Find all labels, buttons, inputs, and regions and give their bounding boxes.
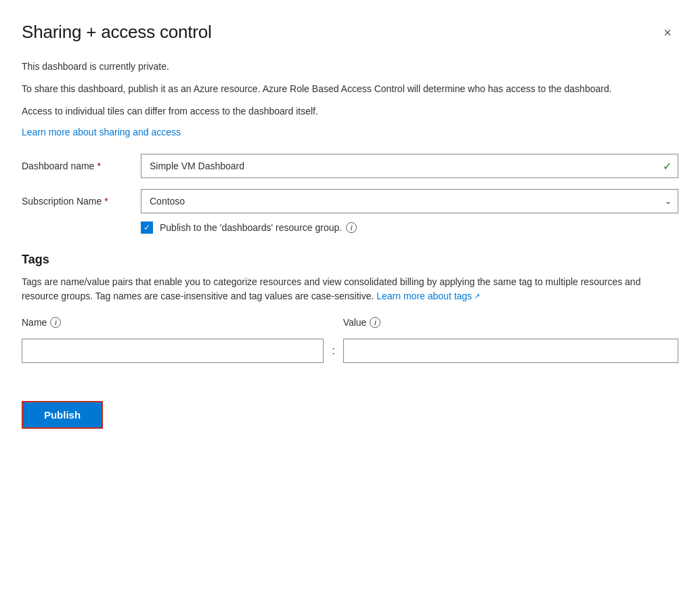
dialog-body: This dashboard is currently private. To … [22, 60, 678, 572]
name-info-icon[interactable]: i [50, 317, 61, 328]
learn-more-tags-link[interactable]: Learn more about tags ↗ [376, 289, 480, 303]
publish-checkbox-row: ✓ Publish to the 'dashboards' resource g… [141, 221, 678, 234]
tags-colon-spacer [324, 321, 343, 333]
required-star-name: * [97, 161, 100, 171]
publish-checkbox[interactable]: ✓ [141, 221, 153, 234]
tags-section: Tags Tags are name/value pairs that enab… [22, 253, 678, 363]
publish-info-icon[interactable]: i [346, 222, 357, 233]
checkbox-checkmark-icon: ✓ [144, 224, 150, 232]
footer: Publish [22, 390, 678, 429]
learn-more-sharing-link[interactable]: Learn more about sharing and access [22, 127, 678, 137]
tags-description: Tags are name/value pairs that enable yo… [22, 275, 678, 303]
tags-value-label: Value i [343, 317, 678, 328]
subscription-name-input-wrapper: ⌄ [141, 189, 678, 213]
subscription-name-input[interactable] [141, 189, 678, 213]
tags-name-col: Name i [22, 317, 324, 333]
checkmark-icon: ✓ [663, 160, 672, 173]
tags-colon-separator: : [324, 339, 343, 363]
close-button[interactable]: × [657, 22, 678, 43]
private-text: This dashboard is currently private. [22, 60, 678, 74]
dashboard-name-input-wrapper: ✓ [141, 154, 678, 178]
sharing-access-control-dialog: Sharing + access control × This dashboar… [0, 0, 700, 594]
tag-name-input[interactable] [22, 339, 324, 363]
tags-value-col: Value i [343, 317, 678, 333]
dialog-header: Sharing + access control × [22, 22, 678, 43]
publish-button[interactable]: Publish [22, 401, 103, 429]
publish-checkbox-label: Publish to the 'dashboards' resource gro… [160, 222, 357, 233]
tags-name-label: Name i [22, 317, 324, 328]
tag-value-input[interactable] [343, 339, 678, 363]
form-section: Dashboard name * ✓ Subscription Name * ⌄ [22, 154, 678, 213]
tags-labels-row: Name i Value i [22, 317, 678, 333]
dashboard-name-input[interactable] [141, 154, 678, 178]
external-link-icon: ↗ [474, 291, 480, 302]
subscription-name-row: Subscription Name * ⌄ [22, 189, 678, 213]
tags-inputs-row: : [22, 339, 678, 363]
close-icon: × [663, 25, 672, 41]
dashboard-name-row: Dashboard name * ✓ [22, 154, 678, 178]
subscription-name-label: Subscription Name * [22, 196, 130, 207]
share-text: To share this dashboard, publish it as a… [22, 82, 678, 96]
value-info-icon[interactable]: i [370, 317, 380, 328]
tags-title: Tags [22, 253, 678, 267]
dialog-title: Sharing + access control [22, 22, 212, 43]
tiles-text: Access to individual tiles can differ fr… [22, 104, 678, 119]
dashboard-name-label: Dashboard name * [22, 161, 130, 171]
required-star-subscription: * [104, 196, 108, 207]
